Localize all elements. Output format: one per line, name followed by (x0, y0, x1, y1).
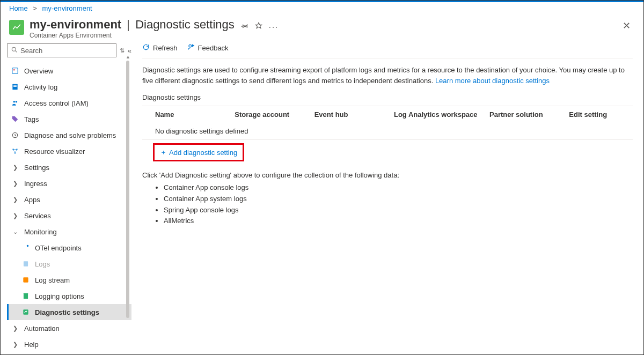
sidebar-item-ingress[interactable]: ❯ Ingress (7, 175, 131, 191)
svg-line-1 (16, 50, 17, 52)
otel-icon (21, 244, 31, 252)
list-item: Container App system logs (164, 194, 633, 205)
learn-more-link[interactable]: Learn more about diagnostic settings (435, 77, 550, 85)
close-button[interactable]: ✕ (618, 18, 635, 34)
svg-rect-2 (12, 68, 18, 74)
svg-point-7 (13, 101, 16, 103)
feedback-icon (187, 43, 195, 53)
sidebar-item-diagnose[interactable]: Diagnose and solve problems (7, 127, 131, 143)
refresh-label: Refresh (153, 44, 178, 52)
svg-rect-5 (13, 85, 17, 86)
diagnose-icon (10, 131, 20, 139)
svg-rect-14 (24, 261, 28, 266)
favorite-icon[interactable] (255, 22, 262, 31)
chevron-right-icon: ❯ (10, 325, 20, 332)
sidebar-item-label: Resource visualizer (24, 147, 85, 156)
col-partner: Partner solution (489, 110, 569, 119)
title-actions: ··· (241, 22, 279, 31)
title-divider: | (127, 18, 130, 31)
collapse-sidebar-icon[interactable]: « (128, 47, 131, 55)
sidebar-item-label: Monitoring (24, 228, 57, 236)
more-icon[interactable]: ··· (269, 22, 279, 31)
sidebar-item-log-stream[interactable]: Log stream (7, 272, 131, 288)
resource-visualizer-icon (10, 147, 20, 155)
feedback-button[interactable]: Feedback (187, 43, 229, 53)
sidebar-item-label: Services (24, 212, 51, 220)
sidebar-item-settings[interactable]: ❯ Settings (7, 159, 131, 175)
sidebar-item-apps[interactable]: ❯ Apps (7, 191, 131, 208)
page-title: my-environment | Diagnostic settings Con… (30, 18, 235, 39)
table-empty-row: No diagnostic settings defined (142, 123, 633, 139)
scrollbar-thumb[interactable] (126, 61, 129, 318)
sidebar-item-label: Logging options (35, 292, 84, 300)
list-item: AllMetrics (164, 216, 633, 227)
title-row: my-environment | Diagnostic settings Con… (1, 14, 643, 39)
sidebar-item-activity-log[interactable]: Activity log (7, 79, 131, 95)
sidebar: Search ⇅ « Overview Activity log Access … (1, 39, 131, 352)
log-stream-icon (21, 276, 31, 284)
sidebar-item-label: Log stream (35, 276, 70, 284)
sidebar-item-overview[interactable]: Overview (7, 63, 131, 79)
pin-icon[interactable] (241, 22, 248, 31)
chevron-right-icon: ❯ (10, 164, 20, 171)
sidebar-item-label: Settings (24, 164, 49, 172)
col-event: Event hub (314, 110, 394, 119)
breadcrumb-sep-icon: > (33, 4, 37, 12)
chevron-right-icon: ❯ (10, 196, 20, 203)
sidebar-item-label: Overview (24, 67, 53, 75)
sidebar-item-label: Activity log (24, 83, 57, 91)
sidebar-item-iam[interactable]: Access control (IAM) (7, 95, 131, 111)
scroll-up-icon: ▲ (126, 54, 130, 60)
page-section-name: Diagnostic settings (135, 18, 235, 31)
chevron-right-icon: ❯ (10, 341, 20, 348)
breadcrumb-resource[interactable]: my-environment (42, 4, 92, 12)
iam-icon (10, 99, 20, 107)
resource-type-subtitle: Container Apps Environment (30, 32, 235, 39)
sidebar-item-label: Tags (24, 115, 39, 123)
plus-icon: ＋ (160, 147, 167, 157)
feedback-label: Feedback (198, 44, 229, 52)
sidebar-item-logging-options[interactable]: Logging options (7, 288, 131, 304)
empty-message: No diagnostic settings defined (155, 127, 248, 135)
description-text: Diagnostic settings are used to configur… (142, 65, 633, 86)
sidebar-item-label: Apps (24, 196, 40, 204)
sidebar-item-diagnostic-settings[interactable]: Diagnostic settings (7, 304, 131, 320)
add-diagnostic-setting-button[interactable]: ＋ Add diagnostic setting (153, 143, 244, 161)
list-item: Container App console logs (164, 182, 633, 194)
overview-icon (10, 67, 20, 75)
sidebar-item-logs[interactable]: Logs (7, 256, 131, 272)
resource-icon (9, 20, 24, 35)
activity-log-icon (10, 83, 20, 91)
sidebar-item-resource-visualizer[interactable]: Resource visualizer (7, 143, 131, 159)
chevron-down-icon: ⌄ (10, 228, 20, 235)
chevron-right-icon: ❯ (10, 180, 20, 187)
section-label: Diagnostic settings (142, 93, 633, 101)
sidebar-item-label: Diagnostic settings (35, 308, 99, 316)
sidebar-item-monitoring[interactable]: ⌄ Monitoring (7, 224, 131, 240)
svg-point-13 (27, 245, 29, 247)
sidebar-item-label: OTel endpoints (35, 244, 82, 252)
breadcrumb: Home > my-environment (1, 2, 643, 14)
sidebar-item-services[interactable]: ❯ Services (7, 208, 131, 224)
sidebar-item-otel[interactable]: OTel endpoints (7, 240, 131, 256)
sidebar-item-tags[interactable]: Tags (7, 111, 131, 127)
diagnostic-settings-table: Name Storage account Event hub Log Analy… (142, 106, 633, 140)
add-label: Add diagnostic setting (169, 149, 237, 157)
search-input[interactable]: Search (7, 43, 116, 57)
breadcrumb-home[interactable]: Home (9, 4, 28, 12)
sidebar-scrollbar[interactable]: ▲ (126, 61, 129, 347)
col-storage: Storage account (235, 110, 314, 119)
svg-point-8 (16, 101, 17, 103)
svg-point-18 (188, 45, 191, 47)
data-types-list: Container App console logs Container App… (142, 182, 633, 227)
refresh-button[interactable]: Refresh (142, 43, 178, 53)
col-edit: Edit setting (569, 110, 633, 119)
sidebar-item-help[interactable]: ❯ Help (7, 336, 131, 352)
svg-rect-3 (13, 69, 14, 70)
sort-icon[interactable]: ⇅ (120, 47, 125, 54)
sidebar-item-automation[interactable]: ❯ Automation (7, 320, 131, 336)
description-body: Diagnostic settings are used to configur… (142, 66, 625, 85)
sidebar-item-label: Diagnose and solve problems (24, 131, 116, 139)
col-law: Log Analytics workspace (394, 110, 489, 119)
list-item: Spring App console logs (164, 205, 633, 216)
